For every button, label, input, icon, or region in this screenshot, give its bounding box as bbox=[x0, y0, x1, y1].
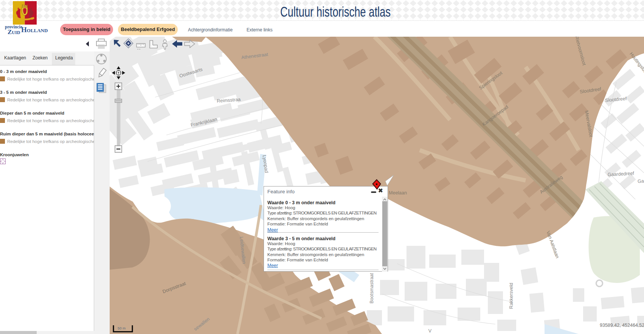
svg-text:Gaa: Gaa bbox=[638, 178, 644, 184]
svg-text:Bootsmastraat: Bootsmastraat bbox=[369, 273, 374, 303]
svg-text:Rakkersveld: Rakkersveld bbox=[509, 283, 514, 309]
svg-text:V: V bbox=[428, 328, 432, 334]
svg-text:Meelaan: Meelaan bbox=[389, 190, 407, 196]
